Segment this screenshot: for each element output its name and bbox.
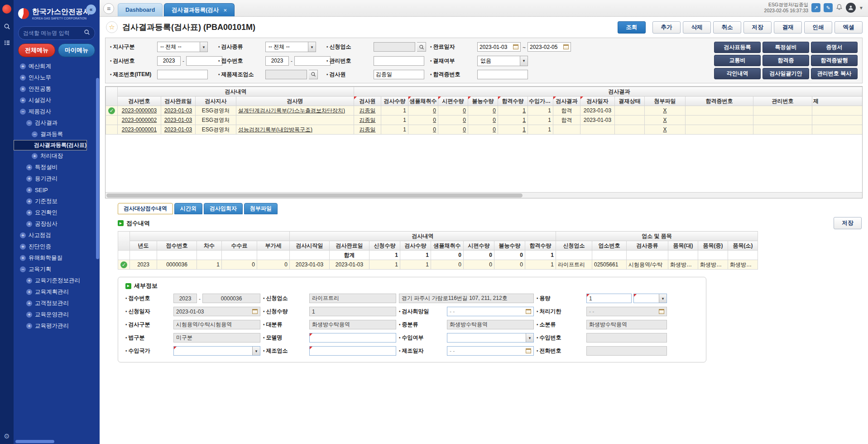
product-maker-input[interactable]: [265, 70, 307, 79]
engraving-button[interactable]: 각인내역: [714, 68, 761, 79]
print-button[interactable]: 인쇄: [804, 21, 832, 34]
receipt-no-serial-input[interactable]: [294, 56, 331, 66]
row-select-cell[interactable]: [118, 260, 130, 270]
sidebar-item-safety[interactable]: 안전공통: [14, 83, 100, 95]
import-yn-select[interactable]: [447, 333, 534, 343]
hamburger-menu-icon[interactable]: ≡: [103, 3, 114, 14]
model-input[interactable]: [309, 333, 396, 343]
inspection-no-link[interactable]: 2023-0000001: [118, 125, 161, 135]
inspection-name-link[interactable]: 설계단계검사기록부(가스누출경보차단장치): [236, 106, 354, 116]
row-select-cell[interactable]: [106, 125, 118, 135]
chevron-down-icon[interactable]: [200, 42, 207, 52]
grid-row[interactable]: 2023-0000002 2023-01-03 ESG경영처 김종일 1 0 0…: [106, 116, 863, 125]
pass-cert-button[interactable]: 합격증: [762, 55, 809, 66]
inspector-link[interactable]: 김종일: [354, 106, 381, 116]
calendar-icon[interactable]: [659, 309, 664, 314]
sidebar-item-edu-ops[interactable]: 교육운영관리: [14, 309, 100, 320]
search-lookup-icon[interactable]: [309, 70, 318, 79]
tab-inspection-result[interactable]: 검사결과등록(검사×: [164, 3, 235, 16]
grid-row[interactable]: 2023-0000003 2023-01-03 ESG경영처 설계단계검사기록부…: [106, 106, 863, 116]
sidebar-item-ledger[interactable]: 처리대장: [14, 150, 100, 162]
sidebar-item-container[interactable]: 용기관리: [14, 173, 100, 184]
sidebar-item-special-equip[interactable]: 특정설비: [14, 162, 100, 173]
tab-witness[interactable]: 검사입회자: [204, 203, 243, 214]
sidebar-item-facility[interactable]: 시설검사: [14, 95, 100, 106]
row-select-cell[interactable]: [106, 116, 118, 125]
attachment-link[interactable]: X: [645, 116, 686, 125]
hope-date-picker[interactable]: - -: [447, 307, 534, 316]
sidebar-item-result-reg-sheet[interactable]: 검사결과등록(검사표): [14, 140, 87, 150]
sidebar-item-product[interactable]: 제품검사: [14, 106, 100, 117]
sidebar-item-budget[interactable]: 예산회계: [14, 61, 100, 72]
sidebar-item-seip[interactable]: SEIP: [14, 184, 100, 196]
inspection-type-select[interactable]: -- 전체 --: [265, 42, 316, 52]
tab-attachment[interactable]: 첨부파일: [244, 203, 278, 214]
sidebar-item-std-info[interactable]: 기준정보: [14, 196, 100, 207]
chevron-down-icon[interactable]: [526, 333, 533, 342]
complete-date-link[interactable]: 2023-01-03: [161, 106, 196, 116]
specimen-link[interactable]: 0: [438, 125, 468, 135]
certificate-doc-button[interactable]: 증명서: [811, 42, 858, 53]
chevron-down-icon[interactable]: [252, 347, 260, 355]
sidebar-item-requirement[interactable]: 요건확인: [14, 207, 100, 218]
external-link-icon[interactable]: ↗: [811, 3, 820, 12]
sidebar-horizontal-scrollbar[interactable]: [15, 440, 54, 443]
close-icon[interactable]: ×: [223, 7, 227, 14]
search-icon[interactable]: [84, 29, 90, 37]
date-to-picker[interactable]: 2023-02-05: [528, 42, 571, 52]
calendar-icon[interactable]: [526, 348, 531, 353]
sidebar-item-accident[interactable]: 사고점검: [14, 230, 100, 241]
sample-link[interactable]: 0: [408, 125, 438, 135]
menu-list-icon[interactable]: [3, 39, 10, 46]
search-lookup-icon[interactable]: [417, 42, 426, 52]
cancel-button[interactable]: 취소: [713, 21, 741, 34]
receipt-save-button[interactable]: 저장: [834, 217, 862, 229]
search-button[interactable]: 조회: [618, 21, 646, 34]
fail-link[interactable]: 0: [468, 116, 498, 125]
special-equip-button[interactable]: 특정설비: [762, 42, 809, 53]
sample-link[interactable]: 0: [408, 106, 438, 116]
applicant-input[interactable]: [374, 42, 415, 52]
horizontal-scrollbar[interactable]: [106, 192, 862, 198]
capacity-unit-select[interactable]: [633, 294, 667, 303]
grid-row[interactable]: 2023-0000001 2023-01-03 ESG경영처 성능검정기록부(내…: [106, 125, 863, 135]
branch-select[interactable]: -- 전체 --: [157, 42, 208, 52]
sidebar-item-customer-info[interactable]: 고객정보관리: [14, 298, 100, 309]
batch-draft-button[interactable]: 검사일괄기안: [762, 68, 809, 79]
tab-dashboard[interactable]: Dashboard: [118, 3, 163, 16]
inspection-no-year-input[interactable]: [157, 56, 181, 66]
approval-status-select[interactable]: 없음: [477, 56, 528, 66]
tab-receipt-detail[interactable]: 검사대상접수내역: [118, 203, 173, 214]
delete-button[interactable]: 삭제: [683, 21, 711, 34]
settings-gear-icon[interactable]: ⚙: [4, 432, 10, 440]
chevron-down-icon[interactable]: [308, 42, 316, 52]
chevron-down-icon[interactable]: [520, 56, 528, 66]
calendar-icon[interactable]: [252, 309, 258, 314]
mgmt-no-input[interactable]: [374, 56, 424, 66]
maker-input[interactable]: [309, 346, 396, 356]
complete-date-link[interactable]: 2023-01-03: [161, 125, 196, 135]
calendar-icon[interactable]: [526, 309, 531, 314]
sidebar-item-hr[interactable]: 인사노무: [14, 72, 100, 83]
my-menu-button[interactable]: 마이메뉴: [58, 43, 95, 57]
notification-bell-icon[interactable]: [836, 4, 843, 12]
menu-search-input[interactable]: [23, 30, 81, 36]
capacity-input[interactable]: 1: [586, 294, 632, 303]
excel-button[interactable]: 엑셀: [834, 21, 863, 34]
sample-link[interactable]: 0: [408, 116, 438, 125]
calendar-icon[interactable]: [563, 44, 569, 49]
pass-link[interactable]: 1: [498, 125, 528, 135]
inspection-name-link[interactable]: 성능검정기록부(내압방폭구조): [236, 125, 354, 135]
receipt-no-year-input[interactable]: [265, 56, 289, 66]
inspection-no-link[interactable]: 2023-0000002: [118, 116, 161, 125]
favorite-star-icon[interactable]: ☆: [106, 21, 118, 33]
inspector-input[interactable]: [374, 70, 424, 79]
attachment-link[interactable]: X: [645, 106, 686, 116]
made-date-picker[interactable]: - -: [447, 346, 534, 356]
sidebar-item-factory-audit[interactable]: 공장심사: [14, 218, 100, 230]
search-icon[interactable]: [3, 23, 10, 30]
fail-link[interactable]: 0: [468, 106, 498, 116]
chevron-down-icon[interactable]: [659, 294, 667, 303]
pass-link[interactable]: 1: [498, 106, 528, 116]
inspection-no-link[interactable]: 2023-0000003: [118, 106, 161, 116]
